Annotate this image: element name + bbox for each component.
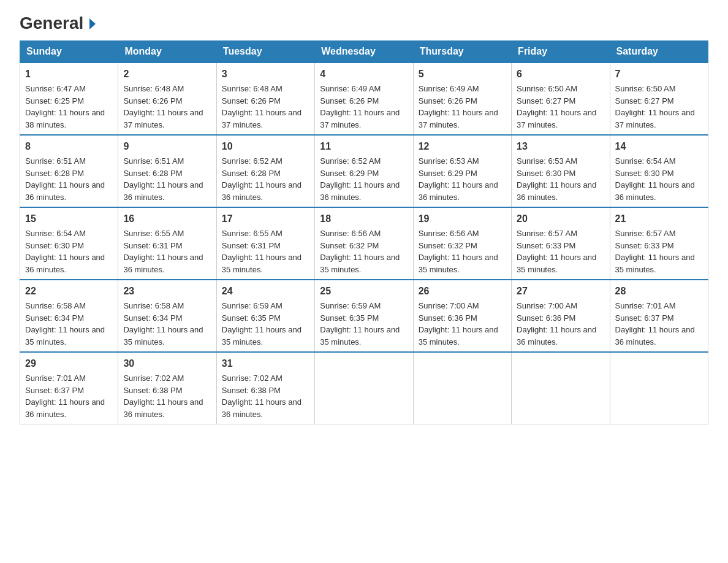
day-number: 2 <box>123 67 211 82</box>
daylight-duration: Daylight: 11 hours and 36 minutes. <box>615 180 695 202</box>
day-cell-10: 10Sunrise: 6:52 AMSunset: 6:28 PMDayligh… <box>216 135 314 207</box>
sunrise-time: Sunrise: 7:02 AM <box>222 373 282 383</box>
sunset-time: Sunset: 6:29 PM <box>320 169 379 178</box>
sunrise-time: Sunrise: 6:53 AM <box>419 156 479 166</box>
daylight-duration: Daylight: 11 hours and 36 minutes. <box>123 180 203 202</box>
daylight-duration: Daylight: 11 hours and 37 minutes. <box>320 108 400 129</box>
daylight-duration: Daylight: 11 hours and 35 minutes. <box>615 253 695 274</box>
sunrise-time: Sunrise: 6:54 AM <box>615 156 676 166</box>
day-cell-2: 2Sunrise: 6:48 AMSunset: 6:26 PMDaylight… <box>118 63 216 135</box>
daylight-duration: Daylight: 11 hours and 36 minutes. <box>419 180 498 202</box>
daylight-duration: Daylight: 11 hours and 35 minutes. <box>222 325 301 347</box>
sunrise-time: Sunrise: 7:00 AM <box>419 301 479 310</box>
day-cell-12: 12Sunrise: 6:53 AMSunset: 6:29 PMDayligh… <box>413 135 511 207</box>
sunset-time: Sunset: 6:29 PM <box>419 169 477 178</box>
daylight-duration: Daylight: 11 hours and 36 minutes. <box>517 325 596 347</box>
sunset-time: Sunset: 6:28 PM <box>25 169 84 178</box>
daylight-duration: Daylight: 11 hours and 37 minutes. <box>222 108 301 129</box>
day-number: 28 <box>615 284 703 299</box>
daylight-duration: Daylight: 11 hours and 35 minutes. <box>320 253 400 274</box>
day-cell-15: 15Sunrise: 6:54 AMSunset: 6:30 PMDayligh… <box>20 207 118 280</box>
sunset-time: Sunset: 6:32 PM <box>419 241 477 250</box>
sunrise-time: Sunrise: 7:01 AM <box>615 301 676 310</box>
daylight-duration: Daylight: 11 hours and 35 minutes. <box>517 253 596 274</box>
day-number: 1 <box>25 67 113 82</box>
day-cell-4: 4Sunrise: 6:49 AMSunset: 6:26 PMDaylight… <box>315 63 413 135</box>
empty-cell <box>315 352 413 424</box>
sunrise-time: Sunrise: 6:49 AM <box>419 84 479 93</box>
sunset-time: Sunset: 6:30 PM <box>517 169 575 178</box>
day-cell-25: 25Sunrise: 6:59 AMSunset: 6:35 PMDayligh… <box>315 280 413 352</box>
day-cell-28: 28Sunrise: 7:01 AMSunset: 6:37 PMDayligh… <box>610 280 708 352</box>
day-cell-26: 26Sunrise: 7:00 AMSunset: 6:36 PMDayligh… <box>413 280 511 352</box>
day-number: 18 <box>320 212 408 226</box>
sunrise-time: Sunrise: 6:50 AM <box>615 84 676 93</box>
day-number: 29 <box>25 356 113 371</box>
sunrise-time: Sunrise: 7:01 AM <box>25 373 86 383</box>
sunrise-time: Sunrise: 6:52 AM <box>222 156 282 166</box>
day-number: 4 <box>320 67 408 82</box>
day-number: 21 <box>615 212 703 226</box>
sunrise-time: Sunrise: 6:51 AM <box>123 156 184 166</box>
day-cell-5: 5Sunrise: 6:49 AMSunset: 6:26 PMDaylight… <box>413 63 511 135</box>
empty-cell <box>413 352 511 424</box>
svg-marker-0 <box>89 18 96 29</box>
day-cell-19: 19Sunrise: 6:56 AMSunset: 6:32 PMDayligh… <box>413 207 511 280</box>
sunrise-time: Sunrise: 6:59 AM <box>320 301 381 310</box>
daylight-duration: Daylight: 11 hours and 35 minutes. <box>320 325 400 347</box>
daylight-duration: Daylight: 11 hours and 36 minutes. <box>123 397 203 419</box>
daylight-duration: Daylight: 11 hours and 37 minutes. <box>517 108 596 129</box>
day-number: 5 <box>419 67 506 82</box>
sunset-time: Sunset: 6:26 PM <box>222 96 281 105</box>
daylight-duration: Daylight: 11 hours and 35 minutes. <box>419 253 498 274</box>
day-number: 16 <box>123 212 211 226</box>
day-number: 3 <box>222 67 309 82</box>
sunset-time: Sunset: 6:36 PM <box>419 313 477 323</box>
day-number: 25 <box>320 284 408 299</box>
day-cell-30: 30Sunrise: 7:02 AMSunset: 6:38 PMDayligh… <box>118 352 216 424</box>
week-row-2: 8Sunrise: 6:51 AMSunset: 6:28 PMDaylight… <box>20 135 708 207</box>
daylight-duration: Daylight: 11 hours and 37 minutes. <box>123 108 203 129</box>
day-number: 26 <box>419 284 506 299</box>
sunset-time: Sunset: 6:25 PM <box>25 96 84 105</box>
sunset-time: Sunset: 6:31 PM <box>222 241 281 250</box>
week-row-3: 15Sunrise: 6:54 AMSunset: 6:30 PMDayligh… <box>20 207 708 280</box>
sunrise-time: Sunrise: 6:49 AM <box>320 84 381 93</box>
day-number: 11 <box>320 139 408 154</box>
sunrise-time: Sunrise: 6:50 AM <box>517 84 577 93</box>
daylight-duration: Daylight: 11 hours and 37 minutes. <box>419 108 498 129</box>
daylight-duration: Daylight: 11 hours and 36 minutes. <box>615 325 695 347</box>
sunrise-time: Sunrise: 6:48 AM <box>222 84 282 93</box>
daylight-duration: Daylight: 11 hours and 36 minutes. <box>123 253 203 274</box>
day-cell-29: 29Sunrise: 7:01 AMSunset: 6:37 PMDayligh… <box>20 352 118 424</box>
day-number: 30 <box>123 356 211 371</box>
sunset-time: Sunset: 6:34 PM <box>25 313 84 323</box>
column-header-sunday: Sunday <box>20 41 118 63</box>
sunrise-time: Sunrise: 6:58 AM <box>25 301 86 310</box>
sunset-time: Sunset: 6:31 PM <box>123 241 182 250</box>
day-number: 14 <box>615 139 703 154</box>
day-number: 7 <box>615 67 703 82</box>
daylight-duration: Daylight: 11 hours and 37 minutes. <box>615 108 695 129</box>
day-cell-1: 1Sunrise: 6:47 AMSunset: 6:25 PMDaylight… <box>20 63 118 135</box>
day-number: 15 <box>25 212 113 226</box>
sunrise-time: Sunrise: 6:57 AM <box>615 229 676 238</box>
daylight-duration: Daylight: 11 hours and 36 minutes. <box>222 397 301 419</box>
sunrise-time: Sunrise: 6:57 AM <box>517 229 577 238</box>
day-number: 17 <box>222 212 309 226</box>
column-header-wednesday: Wednesday <box>315 41 413 63</box>
day-number: 23 <box>123 284 211 299</box>
daylight-duration: Daylight: 11 hours and 35 minutes. <box>123 325 203 347</box>
day-number: 10 <box>222 139 309 154</box>
sunrise-time: Sunrise: 6:59 AM <box>222 301 282 310</box>
sunset-time: Sunset: 6:27 PM <box>615 96 674 105</box>
day-cell-23: 23Sunrise: 6:58 AMSunset: 6:34 PMDayligh… <box>118 280 216 352</box>
daylight-duration: Daylight: 11 hours and 36 minutes. <box>222 180 301 202</box>
day-number: 31 <box>222 356 309 371</box>
day-number: 8 <box>25 139 113 154</box>
day-cell-8: 8Sunrise: 6:51 AMSunset: 6:28 PMDaylight… <box>20 135 118 207</box>
column-header-tuesday: Tuesday <box>216 41 314 63</box>
day-cell-6: 6Sunrise: 6:50 AMSunset: 6:27 PMDaylight… <box>512 63 610 135</box>
day-number: 6 <box>517 67 604 82</box>
day-cell-24: 24Sunrise: 6:59 AMSunset: 6:35 PMDayligh… <box>216 280 314 352</box>
